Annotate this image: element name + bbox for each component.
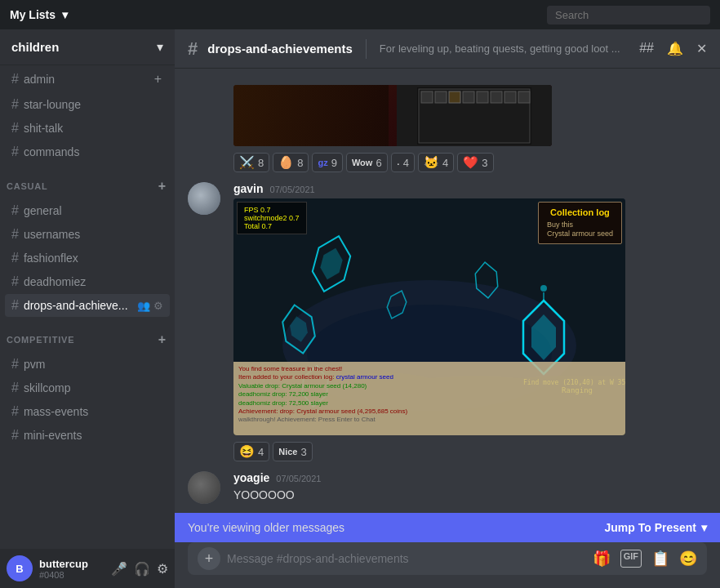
header-divider bbox=[366, 39, 367, 59]
top-bar: My Lists ▾ bbox=[0, 0, 720, 29]
reaction-dot[interactable]: · 4 bbox=[391, 153, 415, 172]
sidebar-item-pvm[interactable]: # pvm bbox=[5, 353, 170, 376]
bell-icon[interactable]: 🔔 bbox=[667, 41, 683, 56]
reaction-count-heart: 3 bbox=[482, 157, 487, 169]
gavin-username: gavin bbox=[233, 182, 264, 195]
channel-label-pvm: pvm bbox=[24, 358, 163, 371]
emoji-icon[interactable]: 😊 bbox=[679, 550, 697, 568]
hashtag-icon[interactable]: ## bbox=[639, 41, 654, 56]
sidebar-item-fashionflex[interactable]: # fashionflex bbox=[5, 247, 170, 270]
main-layout: children ▾ # admin + # star-lounge # shi… bbox=[0, 29, 720, 588]
gift-icon[interactable]: 🎁 bbox=[593, 550, 611, 568]
svg-rect-9 bbox=[518, 91, 530, 103]
message-input[interactable] bbox=[227, 542, 586, 575]
older-messages-text: You're viewing older messages bbox=[188, 521, 344, 534]
reaction-laugh[interactable]: 😆 4 bbox=[233, 442, 269, 461]
svg-rect-7 bbox=[491, 91, 502, 103]
switchmode-stat: switchmode2 0.7 bbox=[244, 214, 300, 222]
sidebar-item-commands[interactable]: # commands bbox=[5, 140, 170, 163]
channel-topic: For leveling up, beating quests, getting… bbox=[380, 42, 629, 55]
search-input[interactable] bbox=[547, 6, 710, 24]
add-competitive-icon[interactable]: + bbox=[157, 331, 168, 349]
reaction-count-sword: 8 bbox=[258, 157, 264, 169]
reaction-count-egg: 8 bbox=[297, 157, 303, 169]
hash-icon-general: # bbox=[11, 203, 19, 218]
hash-icon-drops: # bbox=[11, 298, 19, 313]
reaction-sword[interactable]: ⚔️ 8 bbox=[233, 153, 269, 172]
reaction-gz[interactable]: gz 9 bbox=[312, 153, 342, 172]
server-dropdown-icon: ▾ bbox=[157, 39, 163, 55]
gz-emoji: gz bbox=[318, 158, 327, 167]
sidebar: children ▾ # admin + # star-lounge # shi… bbox=[0, 29, 175, 588]
hash-icon-star-lounge: # bbox=[11, 97, 19, 112]
channel-header-icons: ## 🔔 ✕ bbox=[639, 41, 707, 56]
section-competitive: COMPETITIVE + # pvm # skillcomp # mass-e… bbox=[0, 318, 175, 448]
input-right-icons: 🎁 GIF 📋 😊 bbox=[593, 550, 697, 568]
svg-point-21 bbox=[540, 285, 547, 292]
hash-icon-usernames: # bbox=[11, 227, 19, 242]
sidebar-item-usernames[interactable]: # usernames bbox=[5, 223, 170, 246]
server-name-top[interactable]: My Lists ▾ bbox=[10, 8, 68, 21]
sidebar-item-drops-and-achievements[interactable]: # drops-and-achieve... 👥 ⚙ bbox=[5, 294, 170, 317]
reaction-wow[interactable]: Wow 6 bbox=[346, 153, 388, 172]
wow-emoji: Wow bbox=[352, 158, 372, 167]
log-entry-2: Crystal armour seed bbox=[547, 229, 613, 238]
add-icon-admin[interactable]: + bbox=[153, 70, 163, 88]
competitive-label: COMPETITIVE bbox=[7, 335, 74, 345]
add-casual-icon[interactable]: + bbox=[157, 177, 168, 195]
server-header[interactable]: children ▾ bbox=[0, 29, 175, 65]
jump-chevron-icon: ▾ bbox=[701, 521, 707, 534]
cat-emoji: 🐱 bbox=[424, 155, 439, 170]
sidebar-item-admin[interactable]: # admin + bbox=[5, 66, 170, 92]
reaction-cat[interactable]: 🐱 4 bbox=[418, 153, 454, 172]
sidebar-item-mass-events[interactable]: # mass-events bbox=[5, 400, 170, 423]
reaction-count-gz: 9 bbox=[331, 157, 337, 169]
section-casual: CASUAL + # general # usernames # fashion… bbox=[0, 164, 175, 318]
partial-message-top: ⚔️ 8 🥚 8 gz 9 bbox=[175, 82, 720, 179]
hash-icon-pvm: # bbox=[11, 357, 19, 372]
collection-log-popup: Collection log Buy this Crystal armour s… bbox=[538, 202, 622, 244]
my-lists-label: My Lists bbox=[10, 8, 56, 21]
svg-rect-4 bbox=[449, 91, 460, 103]
dropdown-arrow-icon: ▾ bbox=[62, 8, 68, 21]
channel-header-name: drops-and-achievements bbox=[207, 42, 353, 56]
chat-line-4: deadhomiz drop: 72,200 slayer bbox=[238, 390, 620, 399]
section-casual-header: CASUAL + bbox=[0, 164, 175, 198]
fps-stat: FPS 0.7 bbox=[244, 206, 300, 214]
section-competitive-header: COMPETITIVE + bbox=[0, 318, 175, 352]
jump-to-present-button[interactable]: Jump To Present ▾ bbox=[604, 521, 707, 534]
user-info: buttercup #0408 bbox=[39, 558, 104, 580]
hash-icon-skillcomp: # bbox=[11, 381, 19, 395]
sidebar-item-skillcomp[interactable]: # skillcomp bbox=[5, 376, 170, 399]
log-entry-1: Buy this bbox=[547, 220, 613, 229]
reaction-heart[interactable]: ❤️ 3 bbox=[457, 153, 493, 172]
egg-emoji: 🥚 bbox=[278, 155, 294, 170]
settings-user-icon[interactable]: ⚙ bbox=[157, 561, 168, 577]
reaction-egg[interactable]: 🥚 8 bbox=[273, 153, 309, 172]
gif-icon[interactable]: GIF bbox=[620, 550, 642, 568]
sidebar-item-star-lounge[interactable]: # star-lounge bbox=[5, 93, 170, 116]
sidebar-item-mini-events[interactable]: # mini-events bbox=[5, 424, 170, 447]
reaction-nice[interactable]: Nice 3 bbox=[273, 442, 312, 461]
svg-rect-5 bbox=[463, 91, 474, 103]
sidebar-item-deadhomiez[interactable]: # deadhomiez bbox=[5, 270, 170, 293]
sidebar-item-general[interactable]: # general bbox=[5, 199, 170, 222]
channel-label-drops: drops-and-achieve... bbox=[24, 299, 132, 312]
heart-emoji: ❤️ bbox=[463, 155, 478, 170]
gavin-reactions: 😆 4 Nice 3 bbox=[233, 442, 707, 461]
yoagie-username: yoagie bbox=[233, 471, 269, 484]
microphone-icon[interactable]: 🎤 bbox=[111, 561, 127, 577]
yoagie-avatar bbox=[188, 471, 220, 504]
add-attachment-button[interactable]: + bbox=[198, 547, 220, 570]
sidebar-item-shit-talk[interactable]: # shit-talk bbox=[5, 117, 170, 140]
casual-label: CASUAL bbox=[7, 181, 48, 191]
channel-label-general: general bbox=[24, 204, 163, 217]
message-yoagie: yoagie 07/05/2021 YOOOOOO bbox=[175, 468, 720, 512]
headphones-icon[interactable]: 🎧 bbox=[134, 561, 150, 577]
close-header-icon[interactable]: ✕ bbox=[696, 41, 707, 56]
gavin-game-screenshot: Ranging Find move (210,40) at W 350 FPS … bbox=[233, 198, 625, 435]
gavin-message-header: gavin 07/05/2021 bbox=[233, 182, 707, 195]
channel-label-commands: commands bbox=[24, 145, 163, 158]
sticker-icon[interactable]: 📋 bbox=[651, 550, 669, 568]
search-area bbox=[547, 6, 710, 24]
